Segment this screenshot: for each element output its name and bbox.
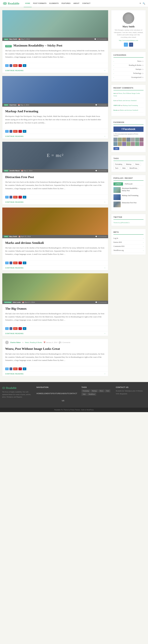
tag-news[interactable]: News [134, 163, 141, 166]
post-4-title[interactable]: Marks and devious Semikoli [5, 241, 105, 245]
post-2-title[interactable]: Markup And Formating [5, 109, 105, 114]
footer-tag-tech[interactable]: Tech [105, 390, 110, 392]
comment-post-link-3[interactable]: Markup And Formating [123, 104, 138, 106]
post-6-twitter-share[interactable]: 𝕋 [5, 368, 9, 370]
post-3-title[interactable]: Distraction Free Post [5, 175, 105, 179]
post-6-pinterest-share[interactable]: P [19, 368, 22, 370]
tag-tech[interactable]: Tech [113, 166, 120, 170]
post-1-title[interactable]: STICKY Maximum Readability – Sticky Post [5, 44, 105, 48]
popular-post-title-3[interactable]: Distraction Free Post [122, 202, 136, 204]
post-3-facebook-share[interactable]: f [10, 196, 12, 198]
post-1-pinterest-share[interactable]: P [19, 64, 22, 67]
post-6-read-more[interactable]: CONTINUE READING [5, 373, 24, 375]
profile-facebook-btn[interactable]: f [129, 42, 133, 47]
post-1-google-share[interactable]: G+ [13, 64, 18, 67]
facebook-like-button[interactable]: Like [113, 147, 119, 150]
post-3-twitter-share[interactable]: 𝕋 [5, 196, 9, 198]
comment-post-link-2[interactable]: Marks and devious Semikoli [118, 100, 136, 101]
bookmark-icon[interactable]: ▼ [139, 2, 141, 4]
tag-wordpress[interactable]: WordPress [128, 166, 139, 170]
footer-nav-about[interactable]: About Us [62, 390, 68, 405]
post-2-pinterest-share[interactable]: P [19, 130, 22, 133]
category-link-technology[interactable]: Technology (2) [133, 72, 143, 74]
post-5-twitter-share[interactable]: 𝕋 [5, 327, 9, 330]
meta-wordpress-link[interactable]: WordPress.org [113, 249, 124, 252]
post-5-title[interactable]: The Big Oxmox [5, 306, 105, 311]
tab-latest[interactable]: Latest [113, 182, 123, 186]
post-1-linkedin-share[interactable]: in [23, 64, 26, 67]
popular-widget: POPULAR / RECENT Latest Popular Maximum … [111, 175, 146, 211]
post-2-twitter-share[interactable]: 𝕋 [5, 130, 9, 133]
category-link-startups[interactable]: Startups (2) [135, 68, 143, 70]
post-3-linkedin-share[interactable]: in [23, 196, 26, 198]
nav-home[interactable]: HOME [24, 0, 32, 7]
site-logo[interactable]: Readable [3, 2, 19, 6]
post-6-category[interactable]: News, Reading & Books [25, 342, 42, 343]
nav-contact[interactable]: CONTACT [81, 0, 92, 7]
footer-nav-elements[interactable]: Elements [42, 390, 52, 405]
post-6-author[interactable]: Charles Baker [10, 342, 21, 343]
footer-nav-contact[interactable]: Contact [68, 390, 77, 405]
post-5-author[interactable]: John Locke [13, 302, 21, 303]
footer-tag-markup[interactable]: Markup [91, 390, 98, 392]
footer-tag-news[interactable]: News [98, 390, 104, 392]
category-link-news[interactable]: News (2) [137, 60, 143, 62]
post-5-linkedin-share[interactable]: in [23, 327, 26, 330]
footer-tag-web[interactable]: Web [82, 393, 87, 396]
post-6-title[interactable]: Woow, Post Without Image Looks Great [5, 347, 105, 351]
post-5-google-share[interactable]: G+ [13, 327, 18, 330]
footer-tag-formating[interactable]: Formating [82, 390, 90, 392]
footer-nav-home[interactable]: Home [36, 390, 42, 405]
meta-comments-link[interactable]: Comments RSS [113, 245, 124, 248]
popular-post-title-2[interactable]: Markup And Formating [122, 194, 138, 197]
category-link-uncategorized[interactable]: Uncategorized (8) [131, 76, 143, 78]
post-3-pinterest-share[interactable]: P [19, 196, 22, 198]
category-link-reading[interactable]: Reading & Books (2) [129, 64, 143, 66]
post-1-facebook-share[interactable]: f [10, 64, 12, 67]
post-2-google-share[interactable]: G+ [13, 130, 18, 133]
post-1-twitter-share[interactable]: 𝕋 [5, 64, 9, 67]
profile-website[interactable]: http://www.protosthemes.com [113, 40, 143, 41]
post-6-google-share[interactable]: G+ [13, 368, 18, 370]
post-3-author[interactable]: Jennifer Moore [9, 170, 20, 172]
post-4-author[interactable]: Mary Smith [9, 236, 17, 237]
comment-post-link-1[interactable]: Woow, Post Without Image Looks Great [113, 92, 140, 96]
post-2-linkedin-share[interactable]: in [23, 130, 26, 133]
post-2-facebook-share[interactable]: f [10, 130, 12, 133]
post-4-twitter-share[interactable]: 𝕋 [5, 262, 9, 264]
nav-elements[interactable]: ELEMENTS [48, 0, 60, 7]
post-2-read-more[interactable]: CONTINUE READING [5, 136, 24, 137]
twitter-profile-link[interactable]: Tweets by @ProtosthsCo [113, 222, 129, 224]
nav-post-formats[interactable]: POST FORMATS [32, 0, 48, 7]
nav-about[interactable]: ABOUT [72, 0, 81, 7]
meta-entries-link[interactable]: Entries RSS [113, 241, 122, 244]
post-5-facebook-share[interactable]: f [10, 327, 12, 330]
post-5-read-more[interactable]: CONTINUE READING [5, 333, 24, 334]
post-4-google-share[interactable]: G+ [13, 262, 18, 264]
footer-nav-features[interactable]: Features [52, 390, 62, 405]
profile-name: Mary Smith [113, 25, 143, 28]
post-6-facebook-share[interactable]: f [10, 368, 12, 370]
post-4-read-more[interactable]: CONTINUE READING [5, 267, 24, 269]
tag-markup[interactable]: Markup [125, 163, 133, 166]
post-4-facebook-share[interactable]: f [10, 262, 12, 264]
post-3-google-share[interactable]: G+ [13, 196, 18, 198]
meta-login-link[interactable]: Log In [113, 237, 118, 240]
post-1-author[interactable]: Mary Smith [9, 38, 17, 40]
post-3-read-more[interactable]: CONTINUE READING [5, 201, 24, 203]
post-6-linkedin-share[interactable]: in [23, 368, 26, 370]
tag-web[interactable]: Web [121, 166, 127, 170]
profile-twitter-btn[interactable]: t [124, 42, 128, 47]
post-4-pinterest-share[interactable]: P [19, 262, 22, 264]
post-5-pinterest-share[interactable]: P [19, 327, 22, 330]
footer-tag-wordpress[interactable]: WordPress [87, 393, 96, 396]
post-2-author[interactable]: Clark Kein [9, 104, 17, 106]
comment-post-link-4[interactable]: Marks and devious Semikoli [120, 109, 138, 111]
tag-formating[interactable]: Formating [113, 163, 124, 166]
search-icon[interactable]: 🔍 [143, 2, 145, 5]
post-4-linkedin-share[interactable]: in [23, 262, 26, 264]
nav-features[interactable]: FEATURES [60, 0, 72, 7]
tab-popular[interactable]: Popular [123, 182, 134, 186]
post-1-read-more[interactable]: CONTINUE READING [5, 70, 24, 72]
popular-post-title-1[interactable]: Maximum Readability – Sticky Post [122, 187, 143, 192]
